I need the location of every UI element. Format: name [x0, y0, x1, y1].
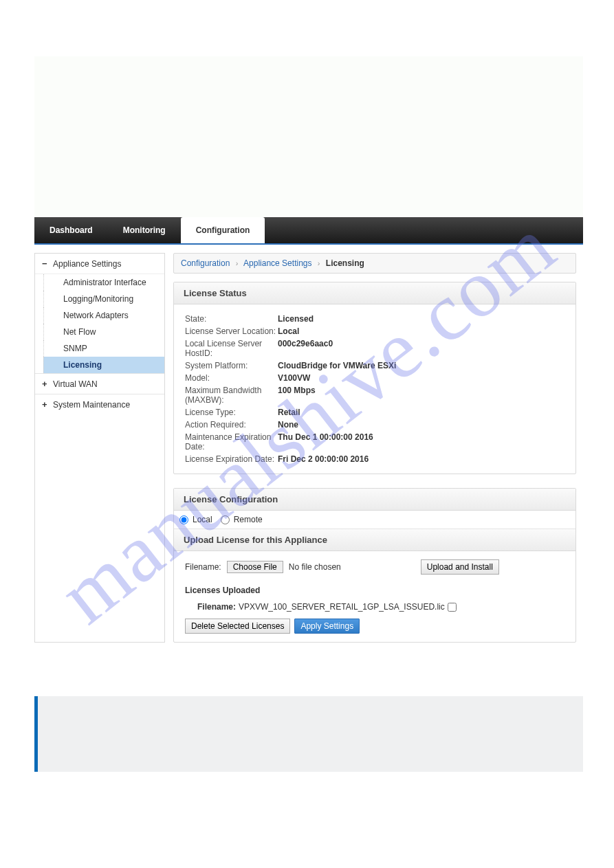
- label-license-exp: License Expiration Date:: [185, 454, 278, 464]
- expand-icon: +: [42, 379, 49, 389]
- label-license-type: License Type:: [185, 408, 278, 417]
- upload-install-button[interactable]: Upload and Install: [421, 559, 499, 575]
- value-maintenance-exp: Thu Dec 1 00:00:00 2016: [278, 432, 373, 452]
- expand-icon: +: [42, 399, 49, 410]
- breadcrumb-current: Licensing: [326, 258, 364, 268]
- radio-local[interactable]: [179, 515, 188, 524]
- tab-dashboard[interactable]: Dashboard: [34, 217, 108, 243]
- label-license-server-location: License Server Location:: [185, 326, 278, 336]
- uploaded-license-row: Filename: VPXVW_100_SERVER_RETAIL_1GP_LS…: [185, 601, 564, 619]
- no-file-text: No file chosen: [289, 562, 341, 572]
- sidebar-item-logging[interactable]: Logging/Monitoring: [43, 291, 164, 307]
- value-maxbw: 100 Mbps: [278, 386, 316, 405]
- license-status-panel: License Status State:Licensed License Se…: [173, 282, 576, 474]
- main-content: Configuration › Appliance Settings › Lic…: [173, 253, 583, 643]
- label-hostid: Local License Server HostID:: [185, 339, 278, 358]
- sidebar-section-label: System Maintenance: [53, 400, 130, 410]
- filename-label: Filename:: [185, 562, 221, 572]
- label-state: State:: [185, 314, 278, 324]
- collapse-icon: −: [42, 258, 49, 269]
- sidebar-section-sysmaint[interactable]: + System Maintenance: [35, 394, 164, 414]
- tab-configuration[interactable]: Configuration: [181, 217, 265, 243]
- sidebar-item-licensing[interactable]: Licensing: [43, 357, 164, 373]
- apply-settings-button[interactable]: Apply Settings: [294, 619, 360, 634]
- breadcrumb-link-appliance-settings[interactable]: Appliance Settings: [243, 258, 311, 268]
- value-license-exp: Fri Dec 2 00:00:00 2016: [278, 454, 369, 464]
- radio-local-label: Local: [193, 515, 212, 524]
- tab-monitoring[interactable]: Monitoring: [108, 217, 181, 243]
- value-model: V100VW: [278, 373, 310, 383]
- sidebar-section-appliance[interactable]: − Appliance Settings: [35, 254, 164, 274]
- delete-selected-button[interactable]: Delete Selected Licenses: [185, 619, 290, 634]
- note-box: [34, 696, 583, 772]
- radio-remote[interactable]: [221, 515, 230, 524]
- uploaded-license-checkbox[interactable]: [448, 603, 457, 612]
- top-tabbar: Dashboard Monitoring Configuration: [34, 217, 583, 245]
- sidebar-section-label: Virtual WAN: [53, 379, 98, 389]
- choose-file-button[interactable]: Choose File: [227, 561, 283, 573]
- panel-title: License Configuration: [174, 489, 575, 511]
- licenses-uploaded-header: Licenses Uploaded: [185, 586, 564, 595]
- label-maxbw: Maximum Bandwidth (MAXBW):: [185, 386, 278, 405]
- value-license-type: Retail: [278, 408, 300, 417]
- radio-remote-label: Remote: [234, 515, 263, 524]
- breadcrumb: Configuration › Appliance Settings › Lic…: [173, 253, 576, 274]
- sidebar: − Appliance Settings Administrator Inter…: [34, 253, 165, 643]
- value-hostid: 000c29e6aac0: [278, 339, 333, 358]
- chevron-right-icon: ›: [318, 259, 320, 267]
- value-state: Licensed: [278, 314, 314, 324]
- sidebar-section-virtualwan[interactable]: + Virtual WAN: [35, 374, 164, 394]
- breadcrumb-link-configuration[interactable]: Configuration: [181, 258, 230, 268]
- sidebar-section-label: Appliance Settings: [53, 259, 121, 269]
- license-config-panel: License Configuration Local Remote Uploa…: [173, 488, 576, 643]
- sidebar-item-snmp[interactable]: SNMP: [43, 340, 164, 357]
- label-model: Model:: [185, 373, 278, 383]
- value-license-server-location: Local: [278, 326, 299, 336]
- value-action-required: None: [278, 420, 298, 430]
- label-platform: System Platform:: [185, 361, 278, 370]
- sidebar-item-network-adapters[interactable]: Network Adapters: [43, 307, 164, 324]
- sidebar-item-netflow[interactable]: Net Flow: [43, 324, 164, 340]
- panel-title: License Status: [174, 282, 575, 304]
- label-maintenance-exp: Maintenance Expiration Date:: [185, 432, 278, 452]
- chevron-right-icon: ›: [236, 259, 239, 267]
- uploaded-filename: VPXVW_100_SERVER_RETAIL_1GP_LSA_ISSUED.l…: [239, 602, 445, 612]
- value-platform: CloudBridge for VMWare ESXi: [278, 361, 396, 370]
- upload-subtitle: Upload License for this Appliance: [174, 529, 575, 551]
- sidebar-item-admin-interface[interactable]: Administrator Interface: [43, 274, 164, 291]
- label-action-required: Action Required:: [185, 420, 278, 430]
- uploaded-filename-label: Filename:: [197, 602, 236, 612]
